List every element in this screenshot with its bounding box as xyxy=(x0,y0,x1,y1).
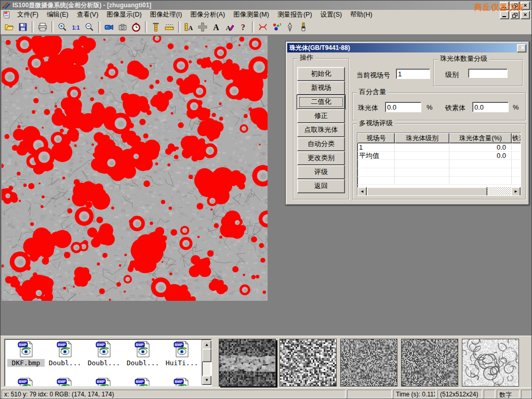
dialog-close-button[interactable]: × xyxy=(517,44,526,52)
metallographic-image[interactable] xyxy=(2,36,268,301)
toolbar-photo-camera-button[interactable] xyxy=(116,21,129,33)
menu-measure-report[interactable]: 测量报告(P) xyxy=(273,10,316,20)
dialog-title: 珠光体(GB/T9441-88) xyxy=(289,44,350,52)
scrollbar-thumb[interactable] xyxy=(367,187,487,196)
svg-text:BMP: BMP xyxy=(19,380,27,383)
header-ferrite[interactable]: 铁素体含量(%) xyxy=(512,133,521,143)
initialize-button[interactable]: 初始化 xyxy=(297,67,345,81)
current-field-input[interactable] xyxy=(396,69,430,79)
bmp-file-icon: BMP xyxy=(17,341,35,357)
toolbar-annotate-button[interactable]: A xyxy=(223,21,236,33)
file-name[interactable]: Doubl... xyxy=(46,359,84,367)
file-item[interactable]: BMPDoubl... xyxy=(85,341,123,367)
grading-group: 珠光体数量分级 级别 xyxy=(433,59,523,86)
file-item-partial[interactable]: BMP xyxy=(7,378,45,387)
header-field[interactable]: 视场号 xyxy=(357,133,395,143)
menu-view[interactable]: 查看(V) xyxy=(73,10,103,20)
toolbar-text-label-button[interactable]: A xyxy=(209,21,223,33)
table-row[interactable]: 平均值 0.0 xyxy=(357,152,521,160)
dialog-title-bar[interactable]: 珠光体(GB/T9441-88) × xyxy=(287,43,527,52)
file-item-partial[interactable]: BMP xyxy=(163,378,201,387)
pick-pearlite-button[interactable]: 点取珠光体 xyxy=(297,123,345,137)
menu-settings[interactable]: 设置(S) xyxy=(316,10,347,20)
ferrite-percent-input[interactable] xyxy=(472,102,509,112)
table-row[interactable]: 1 0.0 xyxy=(357,143,521,152)
menu-image-display[interactable]: 图像显示(D) xyxy=(102,10,145,20)
menu-image-analysis[interactable]: 图像分析(A) xyxy=(186,10,229,20)
thumbnail-2[interactable] xyxy=(280,339,337,387)
file-item[interactable]: BMPDKF.bmp xyxy=(7,341,45,367)
level-input[interactable] xyxy=(468,69,508,78)
toolbar-actual-size-button[interactable]: 1:1 xyxy=(69,21,83,33)
return-button[interactable]: 返回 xyxy=(297,179,345,193)
scrollbar-thumb[interactable] xyxy=(202,349,211,362)
header-pearlite[interactable]: 珠光体含量(%) xyxy=(449,133,512,143)
pearlite-percent-input[interactable] xyxy=(385,102,421,112)
table-row-empty[interactable] xyxy=(357,177,521,185)
toolbar-grid-button[interactable] xyxy=(196,21,209,33)
toolbar-phase-classify-button[interactable]: 3 xyxy=(270,21,283,33)
thumbnail-1[interactable] xyxy=(219,339,276,387)
menu-help[interactable]: 帮助(H) xyxy=(346,10,376,20)
operations-group: 操作 初始化 新视场 二值化 修正 点取珠光体 自动分类 更改类别 评级 返回 xyxy=(293,58,349,200)
file-item[interactable]: BMPDoubl... xyxy=(46,341,84,367)
multifield-group: 多视场评级 视场号 珠光体级别 珠光体含量(%) 铁素体含量(%) 1 0.0 … xyxy=(352,124,526,200)
annotate-icon: A xyxy=(225,22,234,32)
table-row-empty[interactable] xyxy=(357,160,521,168)
scroll-down-button[interactable]: ▼ xyxy=(202,376,211,385)
toolbar-video-camera-button[interactable] xyxy=(102,21,116,33)
table-horizontal-scrollbar[interactable]: ◄ ► xyxy=(357,187,521,195)
cell-field: 平均值 xyxy=(357,152,395,160)
correct-button[interactable]: 修正 xyxy=(297,109,345,123)
file-name[interactable]: DKF.bmp xyxy=(7,359,45,367)
toolbar-pen-button[interactable] xyxy=(283,21,297,33)
thumbnail-4[interactable] xyxy=(401,339,458,387)
toolbar-brush-button[interactable] xyxy=(297,21,310,33)
scroll-right-button[interactable]: ► xyxy=(511,187,521,196)
toolbar-curve-tool-button[interactable] xyxy=(256,21,270,33)
binarize-button[interactable]: 二值化 xyxy=(297,95,345,109)
phase-classify-icon: 3 xyxy=(272,22,281,32)
menu-file[interactable]: 文件(F) xyxy=(13,10,43,20)
pearlite-unit: % xyxy=(427,103,433,111)
menu-image-measure[interactable]: 图像测量(M) xyxy=(229,10,273,20)
scroll-left-button[interactable]: ◄ xyxy=(357,187,367,196)
auto-classify-button[interactable]: 自动分类 xyxy=(297,137,345,151)
toolbar-help-button[interactable]: ? xyxy=(236,21,250,33)
file-item[interactable]: BMPDoubl... xyxy=(124,341,162,367)
video-camera-icon xyxy=(104,22,114,32)
file-panel-scrollbar[interactable]: ▲ ▼ xyxy=(202,340,211,385)
change-class-button[interactable]: 更改类别 xyxy=(297,151,345,165)
toolbar-ruler-button[interactable] xyxy=(163,21,176,33)
file-name[interactable]: HuiTi... xyxy=(163,359,201,367)
table-row-empty[interactable] xyxy=(357,168,521,177)
toolbar-open-file-button[interactable] xyxy=(3,21,16,33)
file-name[interactable]: Doubl... xyxy=(124,359,162,367)
toolbar-caliper-button[interactable] xyxy=(149,21,163,33)
scrollbar-track[interactable] xyxy=(487,187,511,195)
menu-edit[interactable]: 编辑(E) xyxy=(43,10,73,20)
toolbar-measure-text-button[interactable]: A xyxy=(182,21,196,33)
file-item-partial[interactable]: BMP xyxy=(85,378,123,387)
toolbar-separator xyxy=(51,21,54,33)
toolbar-zoom-in-button[interactable] xyxy=(56,21,69,33)
toolbar-save-button[interactable] xyxy=(16,21,30,33)
thumbnail-3[interactable] xyxy=(340,339,397,387)
toolbar-timer-button[interactable] xyxy=(129,21,143,33)
new-field-button[interactable]: 新视场 xyxy=(297,81,345,95)
caliper-icon xyxy=(151,22,161,32)
status-bar: x: 510 y: 79 idx: 0 RGB: (174, 174, 174)… xyxy=(1,388,531,399)
header-grade[interactable]: 珠光体级别 xyxy=(395,133,449,143)
rate-button[interactable]: 评级 xyxy=(297,165,345,179)
menu-image-processing[interactable]: 图像处理(I) xyxy=(146,10,187,20)
minimize-icon xyxy=(502,16,506,17)
file-name[interactable]: Doubl... xyxy=(85,359,123,367)
toolbar-zoom-out-button[interactable] xyxy=(83,21,96,33)
percent-group-label: 百分含量 xyxy=(357,88,388,96)
thumbnail-5[interactable] xyxy=(462,339,519,387)
file-item-partial[interactable]: BMP xyxy=(46,378,84,387)
file-item-partial[interactable]: BMP xyxy=(124,378,162,387)
toolbar-print-button[interactable] xyxy=(36,21,49,33)
bmp-file-icon: BMP xyxy=(173,378,191,387)
file-item[interactable]: BMPHuiTi... xyxy=(163,341,201,367)
